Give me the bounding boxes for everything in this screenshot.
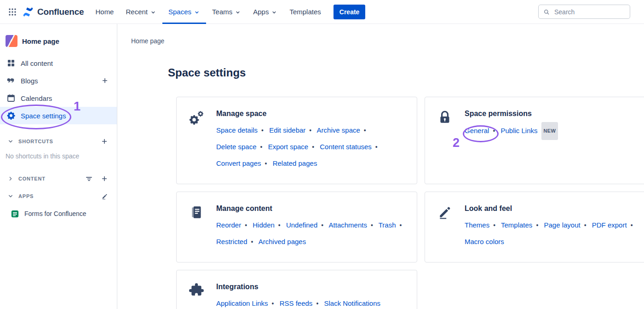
nav-item-templates[interactable]: Templates xyxy=(283,0,327,24)
link-separator: • xyxy=(260,143,263,151)
sidebar-item-all-content[interactable]: All content xyxy=(0,54,117,72)
card-links: Themes• Templates• Page layout• PDF expo… xyxy=(465,217,644,250)
card-look-and-feel: Look and feel Themes• Templates• Page la… xyxy=(425,192,644,262)
nav-item-label: Apps xyxy=(253,8,269,16)
card-link-rss-feeds[interactable]: RSS feeds xyxy=(280,299,313,307)
card-link-application-links[interactable]: Application Links xyxy=(216,299,268,307)
card-link-restricted[interactable]: Restricted xyxy=(216,238,247,245)
card-link-templates[interactable]: Templates xyxy=(501,221,532,229)
plus-icon xyxy=(101,138,108,145)
sidebar-item-label: All content xyxy=(21,59,53,67)
apps-section-label: APPS xyxy=(18,193,34,199)
confluence-logo-icon xyxy=(22,6,34,18)
sidebar-item-blogs[interactable]: Blogs xyxy=(0,72,117,89)
nav-item-home[interactable]: Home xyxy=(89,0,120,24)
new-badge: NEW xyxy=(541,122,558,140)
card-link-related-pages[interactable]: Related pages xyxy=(273,159,317,167)
plus-icon xyxy=(101,77,109,84)
primary-nav: Home Recent Spaces Teams Apps Templates xyxy=(89,0,327,24)
page-title: Space settings xyxy=(168,65,644,80)
forms-icon xyxy=(10,209,19,218)
apps-collapse-button[interactable] xyxy=(6,191,16,201)
nav-item-teams[interactable]: Teams xyxy=(206,0,247,24)
gear-icon xyxy=(6,111,16,120)
link-separator: • xyxy=(375,143,378,151)
card-link-undefined[interactable]: Undefined xyxy=(286,221,317,229)
card-link-page-layout[interactable]: Page layout xyxy=(544,221,580,229)
space-header[interactable]: Home page xyxy=(0,35,117,47)
card-link-themes[interactable]: Themes xyxy=(465,221,489,229)
link-separator: • xyxy=(493,127,495,134)
confluence-logo-link[interactable]: Confluence xyxy=(22,6,84,18)
global-search-input[interactable] xyxy=(553,8,625,16)
card-link-archived-pages[interactable]: Archived pages xyxy=(259,238,306,245)
card-link-hidden[interactable]: Hidden xyxy=(253,221,275,229)
add-shortcut-button[interactable] xyxy=(99,136,109,146)
link-separator: • xyxy=(265,160,267,167)
add-blog-button[interactable] xyxy=(99,75,110,86)
card-link-edit-sidebar[interactable]: Edit sidebar xyxy=(269,126,305,134)
link-separator: • xyxy=(245,222,247,229)
card-link-pdf-export[interactable]: PDF export xyxy=(592,221,627,229)
sidebar-section-content: CONTENT xyxy=(0,170,117,187)
sidebar-item-calendars[interactable]: Calendars xyxy=(0,89,117,107)
card-link-delete-space[interactable]: Delete space xyxy=(216,143,257,151)
content-expand-button[interactable] xyxy=(6,174,16,184)
card-link-slack-notifications[interactable]: Slack Notifications xyxy=(324,299,380,307)
nav-item-recent[interactable]: Recent xyxy=(120,0,162,24)
space-sidebar: Home page All content Blogs Calendars Sp… xyxy=(0,24,117,309)
link-separator: • xyxy=(584,222,586,229)
card-link-macro-colors[interactable]: Macro colors xyxy=(465,238,504,245)
link-separator: • xyxy=(536,222,538,229)
card-link-reorder[interactable]: Reorder xyxy=(216,221,241,229)
card-title: Integrations xyxy=(216,282,380,292)
card-link-attachments[interactable]: Attachments xyxy=(329,221,367,229)
plus-icon xyxy=(101,175,108,182)
card-link-export-space[interactable]: Export space xyxy=(268,143,309,151)
card-link-content-statuses[interactable]: Content statuses xyxy=(320,143,372,151)
card-link-archive-space[interactable]: Archive space xyxy=(317,126,360,134)
app-switcher-button[interactable] xyxy=(5,4,20,20)
grid-icon xyxy=(6,58,16,68)
chevron-down-icon xyxy=(194,9,200,16)
nav-item-spaces[interactable]: Spaces xyxy=(162,0,206,24)
app-switcher-icon xyxy=(8,7,17,17)
shortcuts-collapse-button[interactable] xyxy=(6,136,16,146)
sidebar-item-forms-for-confluence[interactable]: Forms for Confluence xyxy=(0,205,117,222)
card-link-public-links[interactable]: Public Links xyxy=(500,127,537,134)
chevron-down-icon xyxy=(7,192,14,200)
shortcuts-section-label: SHORTCUTS xyxy=(18,139,53,144)
global-search-box[interactable] xyxy=(538,5,630,19)
card-link-trash[interactable]: Trash xyxy=(379,221,396,229)
link-separator: • xyxy=(631,222,633,229)
card-link-space-details[interactable]: Space details xyxy=(216,126,258,134)
card-title: Manage space xyxy=(216,109,408,118)
nav-item-apps[interactable]: Apps xyxy=(247,0,283,24)
chevron-down-icon xyxy=(271,9,277,16)
add-content-button[interactable] xyxy=(99,174,109,184)
nav-item-label: Home xyxy=(95,8,114,16)
edit-apps-button[interactable] xyxy=(99,191,109,201)
link-separator: • xyxy=(312,143,314,151)
chevron-down-icon xyxy=(235,9,241,16)
sidebar-item-label: Space settings xyxy=(21,112,66,120)
space-avatar xyxy=(6,35,17,47)
chevron-right-icon xyxy=(7,175,14,182)
content-section-label: CONTENT xyxy=(18,176,46,181)
link-separator: • xyxy=(251,238,253,245)
card-link-general[interactable]: General xyxy=(465,127,489,134)
link-separator: • xyxy=(309,127,311,134)
card-title: Look and feel xyxy=(465,204,644,213)
filter-content-button[interactable] xyxy=(84,174,94,184)
link-separator: • xyxy=(261,127,264,134)
card-title: Space permissions xyxy=(465,109,558,118)
sidebar-item-space-settings[interactable]: Space settings xyxy=(0,107,117,124)
calendar-icon xyxy=(6,93,16,103)
create-button[interactable]: Create xyxy=(334,5,366,19)
card-manage-space: Manage space Space details• Edit sidebar… xyxy=(176,97,417,184)
card-link-convert-pages[interactable]: Convert pages xyxy=(216,159,261,167)
puzzle-icon xyxy=(189,283,204,298)
link-separator: • xyxy=(493,222,495,229)
card-links: Application Links• RSS feeds• Slack Noti… xyxy=(216,295,380,309)
breadcrumb[interactable]: Home page xyxy=(131,37,164,45)
